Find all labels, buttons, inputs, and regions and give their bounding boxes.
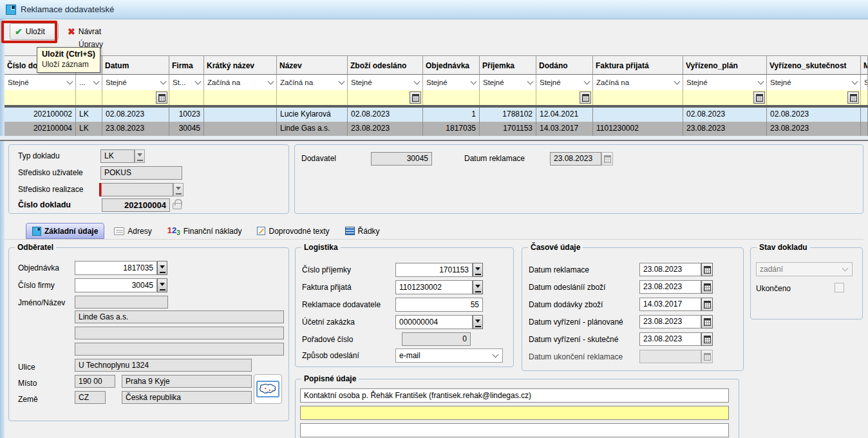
calendar-button[interactable]	[410, 91, 421, 104]
stav-dokladu-title: Stav dokladu	[757, 243, 810, 252]
datum-odeslani-zbozi-field[interactable]: 23.08.2023	[639, 280, 701, 294]
entry-cell-Krátký název[interactable]	[204, 90, 277, 105]
filter-combobox-Název[interactable]: Začíná na	[277, 75, 348, 90]
column-header-Zboží odesláno[interactable]: Zboží odesláno	[348, 55, 423, 75]
cislo-prijemky-lookup-button[interactable]	[473, 263, 483, 277]
filter-combobox-Dodáno[interactable]: Stejné	[536, 75, 593, 90]
tab-doprovodne-texty[interactable]: Doprovodné texty	[251, 223, 335, 239]
faktura-prijata-field[interactable]: 1101230002	[395, 280, 473, 294]
calendar-button[interactable]	[701, 280, 713, 294]
entry-cell-Číslo dokladu[interactable]	[5, 90, 76, 105]
stredisko-uzivatele-field[interactable]: POKUS	[100, 166, 182, 180]
filter-value: Začíná na	[280, 79, 313, 86]
ucetni-zakazka-lookup-button[interactable]	[473, 315, 483, 329]
entry-cell-Příjemka[interactable]	[480, 90, 536, 105]
filter-combobox-Firma[interactable]: St...	[169, 75, 204, 90]
typ-dokladu-lookup-button[interactable]	[135, 149, 145, 163]
calendar-button[interactable]	[580, 91, 591, 104]
objednavka-lookup-button[interactable]	[157, 261, 167, 275]
map-button[interactable]	[254, 374, 282, 404]
zpusob-odeslani-label: Způsob odeslání	[302, 351, 359, 360]
table-row[interactable]: 202100004LK23.08.202330045Linde Gas a.s.…	[5, 122, 868, 136]
entry-cell-Vyřízeno_skutečnost[interactable]	[767, 90, 861, 105]
filter-combobox-M[interactable]: S	[861, 75, 868, 90]
entry-cell-Zboží odesláno[interactable]	[348, 90, 423, 105]
calendar-button[interactable]	[701, 332, 713, 346]
datum-dodavky-zbozi-field[interactable]: 14.03.2017	[639, 298, 701, 311]
datum-vyrizeni-skutecne-field[interactable]: 23.08.2023	[639, 332, 701, 346]
calendar-button[interactable]	[701, 263, 713, 276]
column-header-Dodáno[interactable]: Dodáno	[536, 55, 593, 75]
popis-line3-input[interactable]	[300, 423, 729, 437]
cell: 30045	[169, 122, 204, 136]
filter-combobox-Objednávka[interactable]: Stejné	[423, 75, 480, 90]
column-header-Firma[interactable]: Firma	[169, 55, 204, 75]
nazev-line3-field	[75, 343, 284, 356]
column-header-Název[interactable]: Název	[277, 55, 348, 75]
calendar-icon	[412, 94, 419, 102]
table-row[interactable]: 202100002LK02.08.202310023Lucie Kylarová…	[5, 108, 868, 122]
entry-cell-Faktura přijatá[interactable]	[593, 90, 683, 105]
filter-combobox-Číslo dokladu[interactable]: Stejné	[5, 75, 76, 90]
stav-combobox: zadání	[756, 262, 853, 276]
column-header-Faktura přijatá[interactable]: Faktura přijatá	[593, 55, 683, 75]
filter-combobox-Datum[interactable]: Stejné	[102, 75, 169, 90]
entry-cell-Datum[interactable]	[102, 90, 169, 105]
cislo-firmy-lookup-button[interactable]	[157, 278, 167, 292]
ucetni-zakazka-field[interactable]: 000000004	[395, 315, 473, 329]
entry-cell-blank-1[interactable]	[76, 90, 102, 105]
column-header-Příjemka[interactable]: Příjemka	[480, 55, 536, 75]
popis-line1-input[interactable]: Kontaktní osoba p. Řehák František (fran…	[300, 388, 729, 403]
filter-combobox-Příjemka[interactable]: Stejné	[480, 75, 536, 90]
calendar-icon	[756, 94, 763, 102]
stredisko-realizace-lookup-button[interactable]	[173, 183, 184, 196]
reklamace-dodavatele-field[interactable]: 55	[395, 298, 483, 312]
grid-entry-row	[5, 90, 868, 105]
filter-combobox-Vyřízeno_plán[interactable]: Stejné	[683, 75, 767, 90]
cell: 02.08.2023	[683, 108, 767, 122]
calendar-button[interactable]	[701, 315, 713, 328]
calendar-button[interactable]	[156, 91, 167, 104]
cislo-prijemky-field[interactable]: 1701153	[395, 263, 473, 277]
tab-radky[interactable]: Řádky	[339, 223, 386, 239]
save-button[interactable]: ✔ Uložit	[10, 23, 59, 40]
tab-label: Finanční náklady	[184, 227, 242, 236]
datum-reklamace-field[interactable]: 23.08.2023	[639, 263, 701, 276]
entry-cell-Název[interactable]	[277, 90, 348, 105]
cislo-firmy-field[interactable]: 30045	[75, 278, 157, 292]
objednavka-field[interactable]: 1817035	[75, 261, 157, 275]
column-header-M[interactable]: M	[861, 55, 868, 75]
typ-dokladu-field[interactable]: LK	[100, 149, 135, 163]
column-header-Krátký název[interactable]: Krátký název	[204, 55, 277, 75]
column-header-Datum[interactable]: Datum	[102, 55, 169, 75]
calendar-button[interactable]	[753, 91, 765, 104]
tab-adresy[interactable]: Adresy	[108, 223, 157, 239]
filter-combobox-Zboží odesláno[interactable]: Stejné	[348, 75, 423, 90]
return-button[interactable]: ✖ Návrat	[65, 23, 113, 40]
filter-combobox-Krátký název[interactable]: Začíná na	[204, 75, 277, 90]
filter-combobox-blank-1[interactable]: ...	[76, 75, 102, 90]
cell: 02.08.2023	[102, 108, 169, 122]
entry-cell-Dodáno[interactable]	[536, 90, 593, 105]
column-header-Vyřízeno_skutečnost[interactable]: Vyřízeno_skutečnost	[767, 55, 861, 75]
entry-cell-Vyřízeno_plán[interactable]	[683, 90, 767, 105]
datum-vyrizeni-planovane-field[interactable]: 23.08.2023	[639, 315, 701, 328]
faktura-prijata-lookup-button[interactable]	[473, 280, 483, 294]
chevron-down-icon	[268, 78, 274, 84]
tab-zakladni-udaje[interactable]: Základní údaje	[26, 223, 104, 239]
casove-udaje-groupbox: Časové údaje Datum reklamace 23.08.2023 …	[522, 247, 744, 371]
filter-combobox-Faktura přijatá[interactable]: Začíná na	[593, 75, 683, 90]
entry-cell-M[interactable]	[861, 90, 868, 105]
calendar-button[interactable]	[847, 91, 859, 104]
column-header-Objednávka[interactable]: Objednávka	[423, 55, 480, 75]
column-header-Vyřízeno_plán[interactable]: Vyřízeno_plán	[683, 55, 767, 75]
filter-combobox-Vyřízeno_skutečnost[interactable]: Stejné	[767, 75, 861, 90]
entry-cell-Objednávka[interactable]	[423, 90, 480, 105]
zpusob-odeslani-combobox[interactable]: e-mail	[395, 348, 503, 363]
tab-financni-naklady[interactable]: 123 Finanční náklady	[162, 223, 248, 239]
calendar-button[interactable]	[701, 298, 713, 311]
stredisko-realizace-field[interactable]	[101, 183, 173, 196]
toolbar: ✔ Uložit ✖ Návrat Úpravy	[5, 19, 868, 55]
entry-cell-Firma[interactable]	[169, 90, 204, 105]
popis-line2-input[interactable]	[300, 406, 729, 420]
